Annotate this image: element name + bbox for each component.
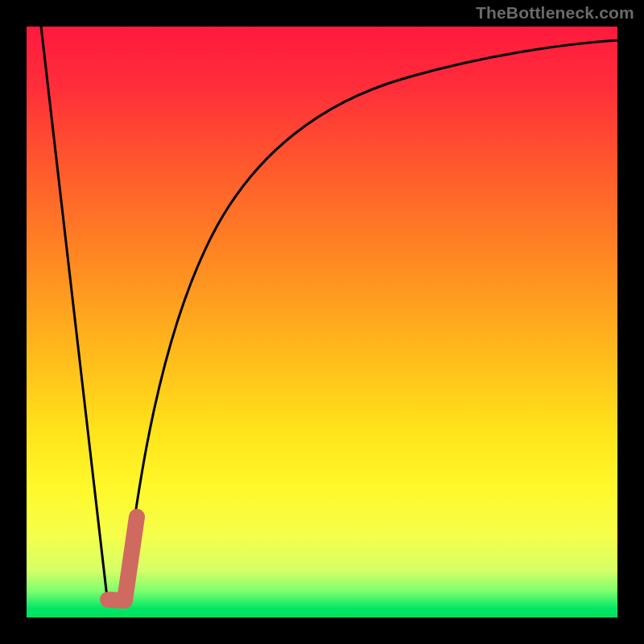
series-right-curve (123, 40, 617, 597)
series-marker-segment (108, 517, 137, 601)
plot-area (27, 27, 617, 617)
watermark-text: TheBottleneck.com (476, 3, 634, 23)
chart-frame: TheBottleneck.com (0, 0, 644, 644)
curve-layer (0, 0, 644, 644)
series-left-line (41, 27, 107, 597)
